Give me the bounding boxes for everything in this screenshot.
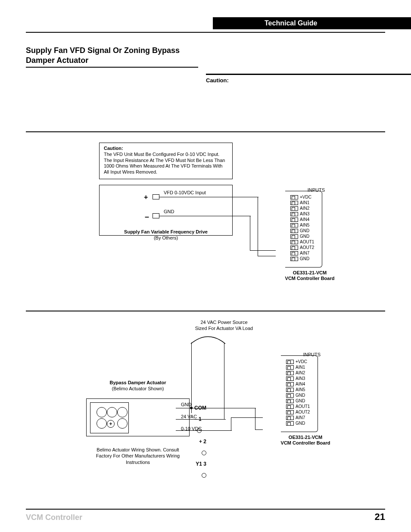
wire [231,417,231,430]
caution-box-title: Caution: [104,146,123,151]
footer: VCM Controller 21 [26,511,385,523]
board-caption-a: OE331-21-VCM VCM Controller Board [273,270,346,281]
term-label: AOUT2 [296,410,310,414]
screw-terminal [290,229,298,233]
screw-terminal [286,376,294,381]
term-label: AIN3 [300,212,309,216]
page-number: 21 [375,511,385,523]
sig-24vac-label: 24 VAC [181,414,197,419]
screw-terminal [286,382,294,386]
screw-terminal [286,393,294,398]
term-label: GND [296,398,305,403]
term-label: AIN5 [296,387,305,392]
vfd-gnd-label: GND [164,209,174,214]
caution-row: Caution: [26,74,385,84]
board-caption-a1: OE331-21-VCM [293,270,327,275]
caution-band [206,74,411,75]
term-circle-icon [202,451,206,455]
rule-before-diagram-b [26,311,385,311]
wire [250,216,250,250]
bypass-title: Bypass Damper Actuator [109,380,166,385]
wire [159,216,251,216]
wire [255,429,263,430]
wire [159,197,258,197]
screw-terminal [286,416,294,420]
term-label: AOUT1 [300,240,314,244]
vfd-minus: – [145,212,149,221]
board-caption-a2: VCM Controller Board [285,276,335,281]
term-label: AIN2 [296,370,305,375]
gear-icon [107,407,117,417]
section-title: Supply Fan VFD Signal Or Zoning Bypass D… [26,46,198,68]
page: Technical Guide Supply Fan VFD Signal Or… [0,0,411,532]
term2-label: + 2 [199,439,206,445]
screw-terminal [290,246,298,250]
bypass-sub: (Belimo Actuator Shown) [112,386,164,391]
screw-terminal [286,371,294,375]
caution-label: Caution: [206,77,229,84]
vfd-terminal-minus [153,213,159,218]
screw-terminal [290,223,298,227]
screw-terminal [286,404,294,409]
gear-icon [117,407,128,417]
term-circle-icon [202,473,206,478]
term-label: GND [300,234,309,239]
board-caption-b2: VCM Controller Board [281,440,330,445]
screw-terminal [290,257,298,261]
term-label: AIN7 [296,415,305,420]
wire [176,419,226,420]
gear-icon [117,418,128,429]
screw-terminal [290,195,298,199]
vfd-block-title: Supply Fan Variable Frequency Drive [124,229,208,234]
term-label: AIN1 [296,365,305,370]
wire [258,197,258,256]
vfd-block-sub: (By Others) [154,235,178,240]
term-label: GND [296,393,305,398]
term-label: AOUT2 [300,245,314,250]
header-bar: Technical Guide [26,17,385,30]
caution-box-text: The VFD Unit Must Be Configured For 0-10… [104,152,228,175]
header-rule [26,32,385,33]
term-label: AIN7 [300,251,309,255]
wire [255,408,255,429]
diagram-bypass: 24 VAC Power Source Sized For Actuator V… [26,317,385,490]
term-label: AIN3 [296,376,305,381]
term-label: GND [300,228,309,233]
term-label: AIN5 [300,223,309,227]
rule-before-diagram-a [26,131,385,132]
board-caption-b: OE331-21-VCM VCM Controller Board [269,435,342,446]
power-label-a: 24 VAC Power Source [200,320,247,325]
screw-terminal [286,410,294,414]
term-label: AIN4 [300,217,309,222]
screw-terminal [286,388,294,392]
wire [250,250,276,251]
junction-dot-icon [190,407,193,409]
actuator-inner: + [90,402,129,433]
board-caption-b1: OE331-21-VCM [289,435,322,440]
vfd-plus: + [144,193,148,201]
guide-badge: Technical Guide [213,17,411,29]
screw *terminal [286,421,294,426]
term-label: GND [296,421,305,426]
term-label: AIN4 [296,382,305,386]
term3-label: Y1 3 [196,461,206,467]
footer-rule [26,509,385,510]
diagram-vfd: Caution: The VFD Unit Must Be Configured… [26,138,385,311]
screw-terminal [290,251,298,255]
belimo-note: Belimo Actuator Wiring Shown. Consult Fa… [95,447,181,465]
term1-label: COM – 1 [194,405,206,422]
screw-terminal [290,240,298,244]
gear-icon [97,407,107,417]
power-arc-icon [189,333,227,346]
actuator-center-icon: + [107,420,115,428]
sig-gnd-label: GND [181,402,191,407]
term-label: GND [300,256,309,261]
screw-terminal [290,201,298,205]
screw-terminal [286,399,294,403]
screw-terminal [290,206,298,211]
footer-title: VCM Controller [26,513,82,522]
wire [258,256,276,256]
term-label: AIN2 [300,206,309,211]
term-label: AIN1 [300,200,309,205]
screw-terminal [286,360,294,364]
